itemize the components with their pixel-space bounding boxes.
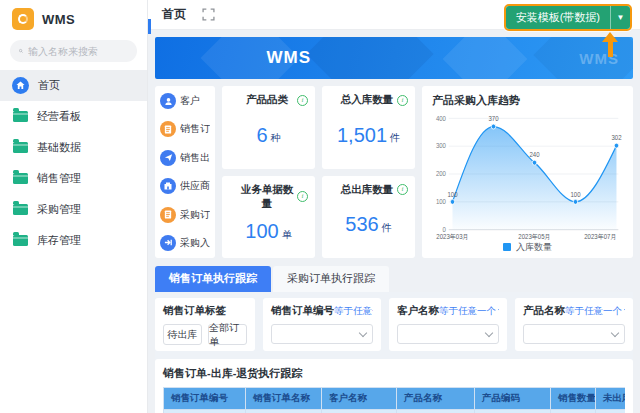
svg-text:2023年03月: 2023年03月 xyxy=(436,233,468,240)
sidebar-item-label: 库存管理 xyxy=(37,233,81,248)
home-icon xyxy=(12,77,29,94)
filter-order-no: 销售订单编号 等于任意一... xyxy=(263,298,381,351)
area-chart: 400 300 200 100 0 100 370 240 100 xyxy=(432,108,623,240)
folder-icon xyxy=(13,235,28,246)
sidebar-item-sales[interactable]: 销售管理 xyxy=(0,163,147,194)
folder-icon xyxy=(13,142,28,153)
app-title: WMS xyxy=(42,12,75,27)
svg-text:100: 100 xyxy=(436,198,447,205)
main-content: WMS WMS 客户 销售订单 销售出库 xyxy=(148,30,640,413)
svg-text:100: 100 xyxy=(447,190,458,197)
operator-dropdown[interactable]: 等于任意一... xyxy=(334,305,373,318)
stat-value: 100 xyxy=(245,220,278,243)
filter-customer: 客户名称 等于任意一个 xyxy=(389,298,507,351)
sidebar: WMS 首页 经营看板 基础数据 销售管理 采购管理 库存管理 xyxy=(0,0,148,413)
svg-text:300: 300 xyxy=(436,142,447,149)
sales-tracking-table: 销售订单编号 销售订单名称 客户名称 产品名称 产品编码 销售数量 未出库数量 … xyxy=(163,387,625,413)
stat-card-total-inbound: 总入库数量 i 1,501 件 xyxy=(322,86,415,169)
tracking-table-section: 销售订单-出库-退货执行跟踪 销售订单编号 销售订单名称 客户名称 产品名称 产… xyxy=(155,359,633,413)
info-icon[interactable]: i xyxy=(297,191,308,202)
product-select[interactable] xyxy=(523,324,625,344)
purchase-order-icon xyxy=(160,207,176,223)
app-logo: WMS xyxy=(0,0,147,36)
info-icon[interactable]: i xyxy=(297,95,308,106)
sidebar-search[interactable] xyxy=(10,40,137,62)
svg-text:240: 240 xyxy=(529,151,540,158)
app-logo-icon xyxy=(12,8,34,30)
chevron-down-icon xyxy=(359,328,367,336)
folder-icon xyxy=(13,111,28,122)
install-template-label[interactable]: 安装模板(带数据) xyxy=(506,6,610,29)
install-template-button[interactable]: 安装模板(带数据) ▼ xyxy=(504,4,632,31)
sidebar-item-label: 基础数据 xyxy=(37,140,81,155)
quick-link-sales-order[interactable]: 销售订单 xyxy=(160,121,210,137)
sidebar-item-label: 经营看板 xyxy=(37,109,81,124)
info-icon[interactable]: i xyxy=(397,95,408,106)
chevron-down-icon xyxy=(611,328,619,336)
quick-link-sales-outbound[interactable]: 销售出库 xyxy=(160,150,210,166)
svg-text:370: 370 xyxy=(488,115,499,122)
supplier-icon xyxy=(160,178,176,194)
sidebar-item-label: 销售管理 xyxy=(37,171,81,186)
tracking-tabs: 销售订单执行跟踪 采购订单执行跟踪 xyxy=(155,266,633,292)
svg-text:400: 400 xyxy=(436,114,447,121)
order-no-select[interactable] xyxy=(271,324,373,344)
quick-link-purchase-order[interactable]: 采购订单 xyxy=(160,207,210,223)
sidebar-item-purchase[interactable]: 采购管理 xyxy=(0,194,147,225)
sidebar-item-home[interactable]: 首页 xyxy=(0,70,147,101)
stat-value: 536 xyxy=(345,213,378,236)
folder-icon xyxy=(13,173,28,184)
purchase-inbound-icon xyxy=(160,235,176,251)
stats-grid: 产品品类 i 6 种 总入库数量 i 1,501 件 xyxy=(222,86,415,258)
filter-product: 产品名称 等于任意一个 xyxy=(515,298,633,351)
sales-outbound-icon xyxy=(160,150,176,166)
customer-select[interactable] xyxy=(397,324,499,344)
sidebar-item-inventory[interactable]: 库存管理 xyxy=(0,225,147,256)
search-input[interactable] xyxy=(28,46,128,57)
all-orders-button[interactable]: 全部订单 xyxy=(208,324,247,345)
inbound-trend-chart: 产品采购入库趋势 400 300 200 100 xyxy=(422,86,633,258)
tab-home[interactable]: 首页 xyxy=(162,6,186,23)
stat-value: 1,501 xyxy=(337,124,387,147)
quick-link-purchase-inbound[interactable]: 采购入库 xyxy=(160,235,210,251)
tab-purchase-tracking[interactable]: 采购订单执行跟踪 xyxy=(273,266,389,292)
folder-icon xyxy=(13,204,28,215)
sidebar-item-label: 首页 xyxy=(38,78,60,93)
filter-order-tag: 销售订单标签 待出库 全部订单 xyxy=(155,298,255,351)
chart-title: 产品采购入库趋势 xyxy=(432,93,623,108)
pending-outbound-button[interactable]: 待出库 xyxy=(163,324,202,345)
svg-text:100: 100 xyxy=(570,190,581,197)
search-icon xyxy=(19,46,23,56)
sidebar-item-label: 采购管理 xyxy=(37,202,81,217)
annotation-arrow-icon xyxy=(602,32,618,58)
sidebar-item-basedata[interactable]: 基础数据 xyxy=(0,132,147,163)
tracking-panel: 销售订单标签 待出库 全部订单 销售订单编号 等于任意一... 客户名称 xyxy=(155,292,633,413)
chart-legend[interactable]: 入库数量 xyxy=(432,240,623,254)
install-dropdown-caret[interactable]: ▼ xyxy=(610,6,630,29)
expand-icon[interactable] xyxy=(202,8,215,21)
quick-links-panel: 客户 销售订单 销售出库 供应商信息 xyxy=(155,86,215,258)
svg-text:2023年07月: 2023年07月 xyxy=(584,233,616,240)
stat-card-doc-count: 业务单据数量 i 100 单 xyxy=(222,176,315,259)
info-icon[interactable]: i xyxy=(397,184,408,195)
sales-order-icon xyxy=(160,121,176,137)
operator-dropdown[interactable]: 等于任意一个 xyxy=(439,305,499,318)
table-title: 销售订单-出库-退货执行跟踪 xyxy=(163,366,625,381)
stat-card-total-outbound: 总出库数量 i 536 件 xyxy=(322,176,415,259)
banner-title: WMS xyxy=(267,48,312,68)
sidebar-item-dashboard[interactable]: 经营看板 xyxy=(0,101,147,132)
stat-value: 6 xyxy=(256,124,267,147)
svg-text:2023年05月: 2023年05月 xyxy=(518,233,550,240)
active-tab-indicator xyxy=(148,19,151,34)
svg-text:200: 200 xyxy=(436,170,447,177)
customer-icon xyxy=(160,93,176,109)
legend-swatch xyxy=(503,243,511,251)
stat-card-product-types: 产品品类 i 6 种 xyxy=(222,86,315,169)
table-row: XSDD240520-01 示例：上海帆软-第2份销售订单 示例：上海帆软 MT… xyxy=(164,410,626,413)
quick-link-customer[interactable]: 客户 xyxy=(160,93,210,109)
chevron-down-icon xyxy=(485,328,493,336)
table-header-row: 销售订单编号 销售订单名称 客户名称 产品名称 产品编码 销售数量 未出库数量 xyxy=(164,388,626,410)
tab-sales-tracking[interactable]: 销售订单执行跟踪 xyxy=(155,266,271,292)
quick-link-supplier[interactable]: 供应商信息 xyxy=(160,178,210,194)
operator-dropdown[interactable]: 等于任意一个 xyxy=(565,305,625,318)
